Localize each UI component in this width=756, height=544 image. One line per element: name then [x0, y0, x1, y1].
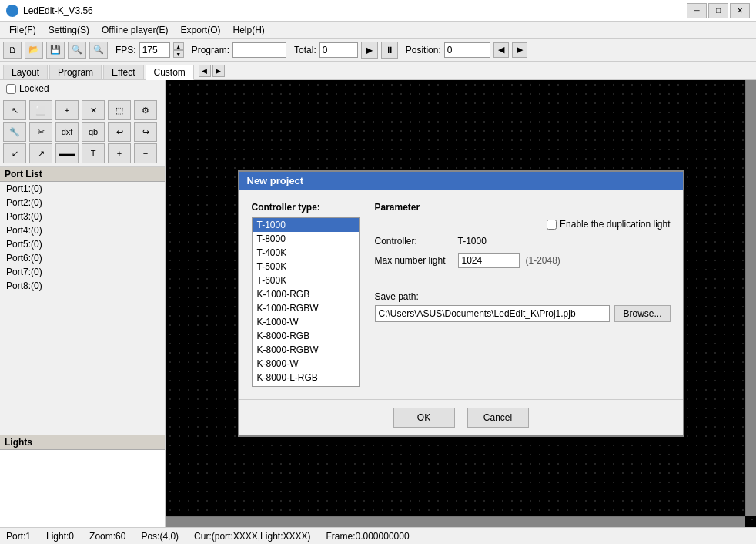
port-item-5[interactable]: Port5:(0): [0, 237, 165, 251]
next-button[interactable]: ▶: [512, 42, 527, 58]
controller-k1000rgbw[interactable]: K-1000-RGBW: [253, 301, 359, 315]
fps-down[interactable]: ▼: [173, 50, 184, 58]
pause-button[interactable]: ⏸: [381, 42, 398, 59]
tab-effect[interactable]: Effect: [103, 65, 143, 79]
save-path-row: Browse...: [375, 305, 671, 322]
locked-checkbox[interactable]: [6, 84, 16, 94]
port-item-7[interactable]: Port7:(0): [0, 265, 165, 279]
position-label: Position:: [406, 45, 441, 55]
prev-button[interactable]: ◀: [493, 42, 509, 58]
controller-row: Controller: T-1000: [375, 236, 671, 247]
total-label: Total:: [294, 45, 316, 55]
tool-text[interactable]: T: [82, 143, 105, 163]
tool-cut[interactable]: ✂: [29, 122, 52, 142]
tool-minus[interactable]: −: [134, 143, 157, 163]
tab-layout[interactable]: Layout: [3, 65, 48, 79]
program-label: Program:: [192, 45, 229, 55]
status-zoom: Zoom:60: [89, 531, 125, 542]
find-button[interactable]: 🔍: [89, 42, 108, 59]
port-item-8[interactable]: Port8:(0): [0, 279, 165, 293]
app-icon: [6, 5, 18, 17]
tool-tilt2[interactable]: ↗: [29, 143, 52, 163]
tab-bar: Layout Program Effect Custom ◀ ▶: [0, 62, 756, 80]
program-input[interactable]: [232, 42, 286, 58]
ok-button[interactable]: OK: [393, 408, 455, 428]
minimize-button[interactable]: ─: [687, 3, 707, 18]
tool-qb[interactable]: qb: [82, 122, 105, 142]
menu-setting[interactable]: Setting(S): [42, 23, 95, 37]
port-item-2[interactable]: Port2:(0): [0, 196, 165, 210]
save-button[interactable]: 💾: [46, 42, 65, 59]
browse-button[interactable]: Browse...: [614, 305, 670, 322]
tool-align[interactable]: ▬▬: [55, 143, 79, 163]
tab-program[interactable]: Program: [49, 65, 102, 79]
modal-footer: OK Cancel: [239, 399, 683, 435]
tool-pointer[interactable]: ↖: [3, 100, 26, 120]
duplication-checkbox[interactable]: [547, 220, 557, 230]
cancel-button[interactable]: Cancel: [467, 408, 529, 428]
tab-custom[interactable]: Custom: [146, 65, 194, 80]
controller-k8000rgbw[interactable]: K-8000-RGBW: [253, 343, 359, 357]
port-item-3[interactable]: Port3:(0): [0, 210, 165, 223]
controller-t1000[interactable]: T-1000: [253, 218, 359, 232]
controller-field-label: Controller:: [375, 236, 452, 247]
port-item-1[interactable]: Port1:(0): [0, 182, 165, 196]
menu-export[interactable]: Export(O): [175, 23, 227, 37]
duplication-row: Enable the duplication light: [375, 219, 671, 230]
locked-row: Locked: [0, 80, 165, 97]
tool-plus[interactable]: +: [108, 143, 131, 163]
menu-file[interactable]: File(F): [3, 23, 42, 37]
controller-t600k[interactable]: T-600K: [253, 274, 359, 287]
total-input[interactable]: [319, 42, 358, 58]
position-input[interactable]: [444, 42, 490, 58]
save-path-input[interactable]: [375, 305, 610, 322]
modal-title: New project: [247, 175, 304, 186]
maximize-button[interactable]: □: [708, 3, 728, 18]
status-pos: Pos:(4,0): [141, 531, 179, 542]
new-button[interactable]: 🗋: [3, 42, 22, 59]
controller-t8000[interactable]: T-8000: [253, 232, 359, 246]
modal-left: Controller type: T-1000 T-8000 T-400K T-…: [252, 202, 360, 387]
tool-redo[interactable]: ↪: [134, 122, 157, 142]
save-path-label: Save path:: [375, 291, 671, 302]
tab-prev-btn[interactable]: ◀: [199, 65, 211, 77]
port-item-4[interactable]: Port4:(0): [0, 223, 165, 237]
close-button[interactable]: ✕: [730, 3, 750, 18]
controller-k1000rgb[interactable]: K-1000-RGB: [253, 287, 359, 301]
controller-k8000lrgb[interactable]: K-8000-L-RGB: [253, 371, 359, 384]
fps-spinner[interactable]: ▲ ▼: [173, 42, 184, 58]
max-light-row: Max number light (1-2048): [375, 253, 671, 268]
lights-header: Lights: [0, 435, 165, 450]
window-controls: ─ □ ✕: [687, 3, 750, 18]
menu-offline[interactable]: Offline player(E): [95, 23, 174, 37]
port-list[interactable]: Port1:(0) Port2:(0) Port3:(0) Port4:(0) …: [0, 182, 165, 435]
fps-input[interactable]: [139, 42, 170, 58]
tool-dxf[interactable]: dxf: [55, 122, 79, 142]
controller-k8000lrgbw[interactable]: K-8000-L-RGBW: [253, 384, 359, 387]
controller-t400k[interactable]: T-400K: [253, 246, 359, 260]
tool-tilt[interactable]: ↙: [3, 143, 26, 163]
menu-help[interactable]: Help(H): [227, 23, 271, 37]
port-item-6[interactable]: Port6:(0): [0, 251, 165, 265]
tab-next-btn[interactable]: ▶: [212, 65, 225, 77]
status-cur: Cur:(port:XXXX,Light:XXXX): [194, 531, 310, 542]
max-light-input[interactable]: [458, 253, 520, 268]
fps-up[interactable]: ▲: [173, 42, 184, 50]
main-layout: Locked ↖ ⬜ + ✕ ⬚ ⚙ 🔧 ✂ dxf qb ↩ ↪ ↙ ↗ ▬▬…: [0, 80, 756, 527]
tool-gear[interactable]: ⚙: [134, 100, 157, 120]
play-button[interactable]: ▶: [361, 42, 378, 59]
tool-undo[interactable]: ↩: [108, 122, 131, 142]
tool-wrench[interactable]: 🔧: [3, 122, 26, 142]
tool-select-rect[interactable]: ⬜: [29, 100, 52, 120]
controller-field-value: T-1000: [458, 236, 487, 247]
controller-t500k[interactable]: T-500K: [253, 260, 359, 274]
controller-k1000w[interactable]: K-1000-W: [253, 315, 359, 329]
search-button[interactable]: 🔍: [68, 42, 86, 59]
tool-cross2[interactable]: ✕: [82, 100, 105, 120]
tool-dotted-rect[interactable]: ⬚: [108, 100, 131, 120]
open-button[interactable]: 📂: [25, 42, 43, 59]
controller-k8000w[interactable]: K-8000-W: [253, 357, 359, 371]
controller-list[interactable]: T-1000 T-8000 T-400K T-500K T-600K K-100…: [252, 217, 360, 387]
controller-k8000rgb[interactable]: K-8000-RGB: [253, 329, 359, 343]
tool-cross[interactable]: +: [55, 100, 79, 120]
